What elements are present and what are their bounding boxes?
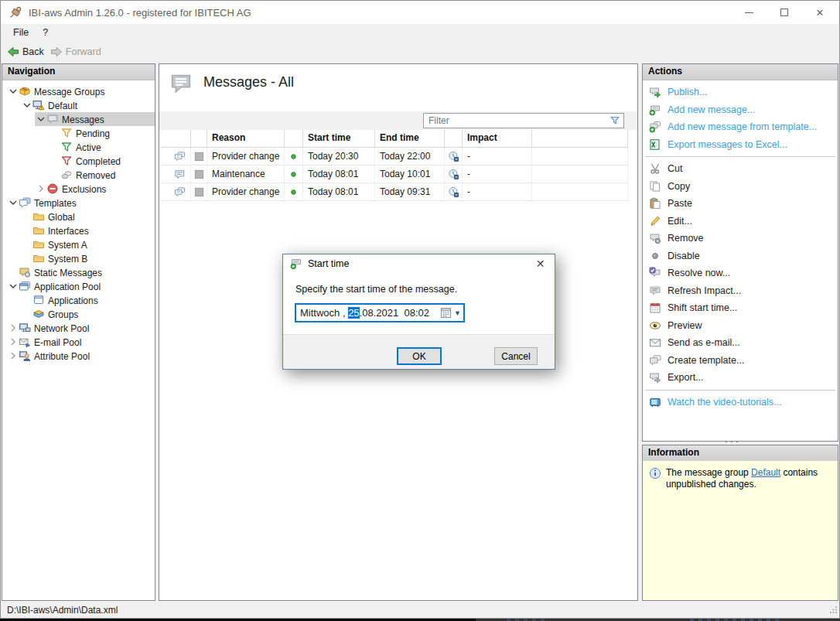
tree-item-templates[interactable]: Templates	[2, 196, 155, 210]
resize-grip-icon[interactable]	[829, 606, 838, 616]
tree-item-messages[interactable]: Messages	[2, 112, 155, 126]
action-label: Export...	[668, 372, 704, 383]
row-gutter	[161, 165, 169, 183]
table-row[interactable]: Provider changeToday 08:01Today 09:31-	[161, 183, 628, 201]
tree-item-exclusions[interactable]: Exclusions	[2, 182, 155, 196]
close-icon: ✕	[816, 8, 825, 18]
back-button[interactable]: Back	[7, 46, 44, 58]
tree-item-interfaces[interactable]: Interfaces	[2, 223, 155, 237]
tree-item-e-mail-pool[interactable]: E-mail Pool	[2, 335, 155, 349]
filter-funnel-icon[interactable]	[609, 114, 621, 127]
action-label: Add new message...	[668, 104, 755, 115]
applications-icon	[32, 294, 45, 306]
tree-row-content: Removed	[49, 168, 155, 182]
column-header-impact[interactable]: Impact	[463, 130, 532, 147]
column-header-empty	[169, 130, 191, 147]
column-header-reason[interactable]: Reason	[207, 130, 285, 147]
chevron-expanded-icon[interactable]	[21, 99, 32, 111]
close-button[interactable]: ✕	[802, 1, 838, 24]
action-add-new-message-from-template[interactable]: Add new message from template...	[643, 118, 838, 136]
action-edit[interactable]: Edit...	[643, 213, 838, 230]
tree-item-attribute-pool[interactable]: Attribute Pool	[2, 349, 155, 363]
action-watch-the-video-tutorials[interactable]: Watch the video-tutorials...	[643, 394, 838, 411]
table-row[interactable]: Provider changeToday 20:30Today 22:00-	[161, 148, 628, 165]
calendar-dropdown-button[interactable]: ▼	[440, 307, 464, 319]
tree-item-label: E-mail Pool	[31, 336, 84, 348]
menu-help[interactable]: ?	[36, 24, 55, 41]
ok-button[interactable]: OK	[397, 347, 442, 365]
start-time-picker[interactable]: Mittwoch , 25.08.2021 08:02 ▼	[295, 303, 465, 322]
tree-item-default[interactable]: Default	[2, 98, 155, 112]
action-preview[interactable]: Preview	[643, 317, 838, 335]
cancel-button[interactable]: Cancel	[494, 347, 538, 365]
tree-item-message-groups[interactable]: Message Groups	[2, 84, 155, 98]
tree-item-removed[interactable]: Removed	[2, 168, 155, 182]
action-paste[interactable]: Paste	[643, 195, 838, 213]
tree-item-groups[interactable]: Groups	[2, 307, 155, 321]
action-send-as-e-mail[interactable]: Send as e-mail...	[643, 334, 838, 352]
tree-selected-highlight: Messages	[35, 112, 155, 126]
action-resolve-now[interactable]: Resolve now...	[643, 264, 838, 282]
tree-item-global[interactable]: Global	[2, 210, 155, 223]
column-header-end-time[interactable]: End time	[375, 130, 445, 147]
tree-item-label: Network Pool	[31, 322, 91, 334]
chevron-collapsed-icon[interactable]	[7, 336, 19, 348]
action-remove[interactable]: Remove	[643, 230, 838, 247]
tree-row-content: Groups	[21, 307, 155, 321]
chevron-expanded-icon[interactable]	[35, 113, 46, 125]
chevron-collapsed-icon[interactable]	[7, 322, 19, 334]
tree-item-pending[interactable]: Pending	[2, 126, 155, 140]
action-cut[interactable]: Cut	[643, 160, 838, 178]
resolve-icon	[649, 267, 661, 279]
action-publish[interactable]: Publish...	[643, 84, 838, 101]
row-checkbox-icon[interactable]	[191, 148, 207, 165]
messages-table: ReasonStart timeEnd timeImpact Provider …	[161, 130, 628, 201]
tree-item-label: Interfaces	[45, 225, 91, 237]
row-checkbox-icon[interactable]	[191, 183, 207, 200]
dialog-close-button[interactable]: ✕	[534, 258, 547, 271]
reason-cell: Maintenance	[207, 165, 285, 183]
back-arrow-icon	[7, 46, 19, 58]
tree-item-static-messages[interactable]: Static Messages	[2, 265, 155, 279]
action-disable[interactable]: Disable	[643, 247, 838, 265]
chevron-expanded-icon[interactable]	[7, 196, 19, 209]
tree-item-active[interactable]: Active	[2, 140, 155, 154]
default-group-link[interactable]: Default	[751, 467, 780, 478]
action-export[interactable]: Export...	[643, 369, 838, 387]
dialog-footer: OK Cancel	[283, 334, 555, 369]
tree-item-system-a[interactable]: System A	[2, 237, 155, 251]
menu-file[interactable]: File	[6, 24, 36, 41]
tree-item-system-b[interactable]: System B	[2, 251, 155, 265]
column-header-start-time[interactable]: Start time	[303, 130, 375, 147]
chevron-expanded-icon[interactable]	[7, 280, 19, 292]
tree-item-applications[interactable]: Applications	[2, 293, 155, 307]
chevron-collapsed-icon[interactable]	[35, 183, 46, 195]
action-create-template[interactable]: Create template...	[643, 352, 838, 370]
table-header-row: ReasonStart timeEnd timeImpact	[161, 130, 628, 148]
action-refresh-impact[interactable]: Refresh Impact...	[643, 282, 838, 300]
action-add-new-message[interactable]: Add new message...	[643, 101, 838, 119]
chevron-placeholder	[49, 141, 60, 153]
action-copy[interactable]: Copy	[643, 178, 838, 196]
email-pool-icon	[19, 336, 31, 348]
information-body: The message group Default contains unpub…	[643, 461, 838, 600]
tree-item-application-pool[interactable]: Application Pool	[2, 279, 155, 293]
tree-item-network-pool[interactable]: Network Pool	[2, 321, 155, 335]
table-row[interactable]: MaintenanceToday 08:01Today 10:01-	[161, 165, 628, 183]
action-shift-start-time[interactable]: Shift start time...	[643, 299, 838, 317]
actions-separator	[645, 390, 835, 391]
folder-icon	[32, 238, 45, 251]
tree-item-completed[interactable]: Completed	[2, 154, 155, 168]
action-label: Export messages to Excel...	[668, 139, 787, 150]
minimize-icon	[745, 12, 753, 13]
action-export-messages-to-excel[interactable]: Export messages to Excel...	[643, 136, 838, 154]
paste-icon	[649, 197, 661, 210]
filter-input[interactable]	[424, 114, 609, 127]
minimize-button[interactable]	[731, 1, 767, 24]
maximize-button[interactable]	[767, 1, 802, 24]
panel-splitter[interactable]	[726, 439, 756, 443]
row-checkbox-icon[interactable]	[191, 165, 207, 183]
forward-button[interactable]: Forward	[50, 46, 101, 58]
chevron-collapsed-icon[interactable]	[7, 350, 19, 362]
chevron-expanded-icon[interactable]	[7, 85, 19, 97]
